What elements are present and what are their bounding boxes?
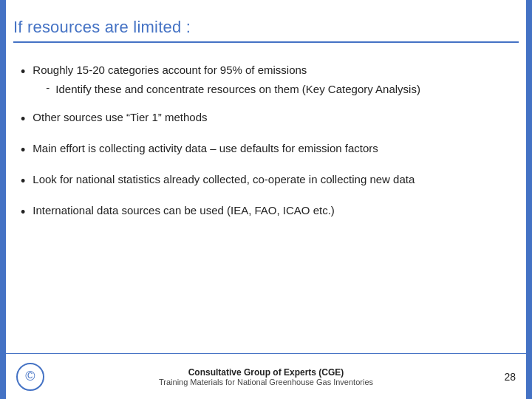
bullet-item-4: • Look for national statistics already c…: [21, 171, 511, 191]
bullet-dot-3: •: [21, 141, 25, 160]
bullet-text-1: Roughly 15-20 categories account for 95%…: [33, 64, 307, 76]
bullet-text-4: Look for national statistics already col…: [33, 171, 415, 188]
bullet-item-1: • Roughly 15-20 categories account for 9…: [21, 62, 511, 98]
bullet-dot-2: •: [21, 110, 25, 129]
footer-title: Consultative Group of Experts (CGE): [159, 367, 373, 378]
main-content: If resources are limited : • Roughly 15-…: [13, 0, 519, 353]
slide-container: If resources are limited : • Roughly 15-…: [0, 0, 532, 399]
sub-bullet-1: - Identify these and concentrate resourc…: [33, 81, 420, 98]
left-accent-bar: [0, 0, 6, 399]
bullet-text-5: International data sources can be used (…: [33, 202, 335, 219]
footer-logo: ©: [16, 363, 44, 391]
title-section: If resources are limited :: [13, 0, 519, 49]
bullet-item-5: • International data sources can be used…: [21, 202, 511, 222]
sub-dash-1: -: [46, 81, 50, 94]
sub-bullet-line-1: - Identify these and concentrate resourc…: [46, 81, 420, 98]
footer-center: Consultative Group of Experts (CGE) Trai…: [159, 367, 373, 386]
page-number: 28: [504, 371, 516, 383]
sub-text-1: Identify these and concentrate resources…: [55, 81, 420, 98]
logo-circle: ©: [16, 363, 44, 391]
bullet-dot-4: •: [21, 172, 25, 191]
slide-title: If resources are limited :: [13, 18, 519, 37]
title-divider: [13, 41, 519, 43]
bullet-dot-5: •: [21, 203, 25, 222]
right-accent-bar: [526, 0, 532, 399]
copyright-icon: ©: [25, 369, 35, 384]
bullet-text-3: Main effort is collecting activity data …: [33, 140, 378, 157]
bullet-content-1: Roughly 15-20 categories account for 95%…: [33, 62, 420, 98]
bullet-dot-1: •: [21, 63, 25, 81]
footer: © Consultative Group of Experts (CGE) Tr…: [0, 353, 532, 399]
bullet-item-3: • Main effort is collecting activity dat…: [21, 140, 511, 160]
bullets-section: • Roughly 15-20 categories account for 9…: [13, 49, 519, 353]
bullet-text-2: Other sources use “Tier 1” methods: [33, 109, 207, 126]
footer-subtitle: Training Materials for National Greenhou…: [159, 378, 373, 386]
bullet-item-2: • Other sources use “Tier 1” methods: [21, 109, 511, 129]
